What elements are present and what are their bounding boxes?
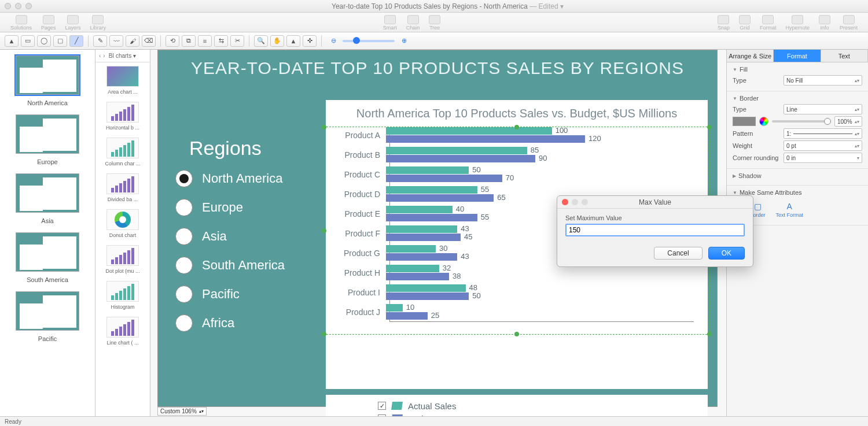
hand-tool-icon[interactable]: ✋ — [270, 35, 284, 47]
toolbar-hypernote-button[interactable]: Hypernote — [781, 14, 814, 31]
toolbar-library-button[interactable]: Library — [86, 14, 111, 31]
bar-budget[interactable]: 90 — [386, 155, 535, 162]
bar-actual[interactable]: 100 — [386, 127, 552, 135]
shadow-section-heading[interactable]: Shadow — [738, 172, 762, 179]
library-item[interactable]: Histogram — [95, 277, 150, 313]
canvas-zoom-control[interactable]: Custom 106%▴▾ — [157, 406, 207, 416]
fill-section-heading[interactable]: Fill — [740, 66, 748, 73]
make-same-text-button[interactable]: AText Format — [776, 202, 804, 218]
group-tool-icon[interactable]: ⧉ — [182, 35, 196, 47]
minimize-window-icon[interactable] — [15, 3, 21, 9]
page-thumbnail[interactable] — [16, 173, 79, 213]
bar-budget[interactable]: 120 — [386, 135, 585, 143]
library-item[interactable]: Area chart ... — [95, 62, 150, 98]
fill-type-dropdown[interactable]: No Fill▴▾ — [784, 75, 862, 86]
page-thumbnail[interactable] — [16, 55, 79, 95]
bar-actual[interactable]: 48 — [386, 284, 466, 292]
bar-actual[interactable]: 43 — [386, 225, 457, 233]
region-radio-pacific[interactable]: Pacific — [175, 286, 314, 303]
brush-tool-icon[interactable]: 🖌 — [126, 35, 139, 47]
align-tool-icon[interactable]: ≡ — [198, 35, 212, 47]
bar-budget[interactable]: 38 — [386, 273, 449, 280]
region-radio-south-america[interactable]: South America — [175, 257, 314, 274]
lib-back-icon[interactable]: ‹ — [99, 53, 101, 59]
zoom-window-icon[interactable] — [25, 3, 32, 9]
region-radio-europe[interactable]: Europe — [175, 199, 314, 216]
bar-budget[interactable]: 65 — [386, 194, 494, 202]
distribute-tool-icon[interactable]: ⇆ — [214, 35, 228, 47]
bar-actual[interactable]: 55 — [386, 186, 477, 194]
bar-actual[interactable]: 10 — [386, 304, 403, 312]
toolbar-tree-button[interactable]: Tree — [424, 14, 445, 31]
bar-actual[interactable]: 50 — [386, 166, 469, 174]
pen-tool-icon[interactable]: ✎ — [93, 35, 107, 47]
region-radio-north-america[interactable]: North America — [175, 170, 314, 187]
tab-arrange-size[interactable]: Arrange & Size — [727, 50, 774, 62]
library-item[interactable]: Horizontal b ... — [95, 98, 150, 134]
bar-budget[interactable]: 45 — [386, 234, 461, 241]
curve-tool-icon[interactable]: 〰 — [109, 35, 123, 47]
zoom-tool-icon[interactable]: 🔍 — [254, 35, 268, 47]
toolbar-present-button[interactable]: Present — [835, 14, 862, 31]
legend-actual-checkbox[interactable]: ✓ — [378, 402, 386, 410]
bar-budget[interactable]: 70 — [386, 175, 502, 182]
color-picker-icon[interactable] — [759, 117, 768, 126]
border-weight-stepper[interactable]: 0 pt▴▾ — [784, 140, 862, 151]
corner-rounding-dropdown[interactable]: 0 in▾ — [784, 153, 862, 163]
library-item[interactable]: Column char ... — [95, 134, 150, 170]
library-header[interactable]: ‹› BI charts ▾ — [95, 50, 150, 62]
zoom-in-icon[interactable]: ⊕ — [397, 35, 411, 47]
eraser-tool-icon[interactable]: ⌫ — [142, 35, 156, 47]
pointer-tool-icon[interactable]: ▲ — [5, 35, 19, 47]
max-value-input[interactable] — [565, 224, 745, 236]
select-rect-tool-icon[interactable]: ▭ — [21, 35, 35, 47]
library-item[interactable]: Donut chart — [95, 206, 150, 242]
toolbar-smart-button[interactable]: Smart — [378, 14, 402, 31]
border-opacity-slider[interactable] — [772, 120, 831, 123]
crop-tool-icon[interactable]: ✜ — [303, 35, 317, 47]
bar-budget[interactable]: 55 — [386, 214, 477, 221]
bar-actual[interactable]: 85 — [386, 147, 527, 154]
rect-tool-icon[interactable]: ▢ — [53, 35, 67, 47]
border-color-swatch[interactable] — [733, 117, 756, 126]
library-item[interactable]: Line chart ( ... — [95, 313, 150, 349]
border-section-heading[interactable]: Border — [740, 95, 759, 102]
stamp-tool-icon[interactable]: ▲ — [286, 35, 300, 47]
region-radio-asia[interactable]: Asia — [175, 228, 314, 245]
toolbar-chain-button[interactable]: Chain — [402, 14, 425, 31]
rotate-tool-icon[interactable]: ⟲ — [165, 35, 179, 47]
page-thumbnail[interactable] — [16, 291, 79, 331]
border-opacity-value[interactable]: 100%▴▾ — [834, 116, 862, 127]
page-thumbnail[interactable] — [16, 232, 79, 272]
zoom-slider[interactable] — [343, 40, 395, 42]
bar-actual[interactable]: 30 — [386, 245, 436, 253]
zoom-out-icon[interactable]: ⊖ — [326, 35, 340, 47]
scissors-tool-icon[interactable]: ✂ — [230, 35, 244, 47]
library-item[interactable]: Divided ba ... — [95, 170, 150, 206]
bar-budget[interactable]: 43 — [386, 253, 457, 261]
border-type-dropdown[interactable]: Line▴▾ — [784, 104, 862, 114]
bar-actual[interactable]: 32 — [386, 265, 439, 272]
toolbar-layers-button[interactable]: Layers — [61, 14, 86, 31]
toolbar-info-button[interactable]: Info — [814, 14, 835, 31]
bar-budget[interactable]: 50 — [386, 292, 469, 300]
legend-budget-checkbox[interactable]: ✓ — [378, 414, 386, 416]
tab-text[interactable]: Text — [821, 50, 868, 62]
cancel-button[interactable]: Cancel — [654, 247, 702, 260]
tab-format[interactable]: Format — [774, 50, 821, 62]
library-item[interactable]: Dot plot (mu ... — [95, 242, 150, 277]
ellipse-tool-icon[interactable]: ◯ — [37, 35, 51, 47]
library-category-dropdown[interactable]: BI charts ▾ — [109, 53, 136, 59]
border-pattern-dropdown[interactable]: 1:▴▾ — [784, 128, 862, 139]
bar-actual[interactable]: 40 — [386, 206, 453, 213]
toolbar-grid-button[interactable]: Grid — [734, 14, 755, 31]
toolbar-snap-button[interactable]: Snap — [713, 14, 734, 31]
ok-button[interactable]: OK — [708, 247, 745, 260]
page-thumbnail[interactable] — [16, 114, 79, 154]
toolbar-solutions-button[interactable]: Solutions — [6, 14, 36, 31]
line-tool-icon[interactable]: ╱ — [69, 35, 83, 47]
close-window-icon[interactable] — [5, 3, 11, 9]
bar-budget[interactable]: 25 — [386, 312, 428, 320]
region-radio-africa[interactable]: Africa — [175, 314, 314, 332]
lib-fwd-icon[interactable]: › — [103, 53, 105, 59]
